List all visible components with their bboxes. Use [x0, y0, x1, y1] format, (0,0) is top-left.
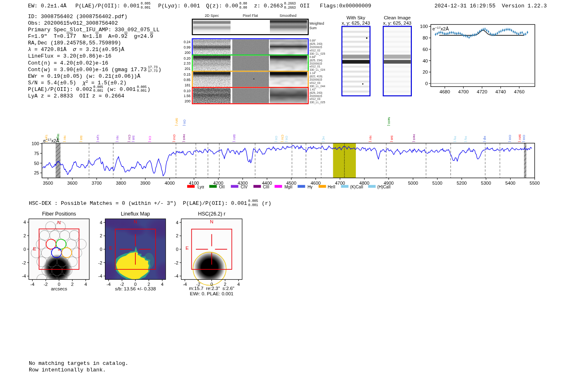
svg-text:EWr: 0. PLAE: 0.001: EWr: 0. PLAE: 0.001 — [190, 291, 234, 296]
svg-text:20200615: 20200615 — [310, 95, 322, 97]
svg-text:OII {: OII { — [274, 136, 278, 142]
svg-text:(622, 419): (622, 419) — [310, 75, 323, 78]
svg-text:100: 100 — [420, 24, 428, 29]
svg-text:50: 50 — [34, 161, 39, 166]
svg-text:40: 40 — [423, 58, 428, 63]
svg-text:0.69": 0.69" — [310, 39, 316, 42]
svg-text:200: 200 — [185, 51, 190, 55]
svg-text:3600: 3600 — [67, 181, 77, 186]
svg-text:330_LL_044: 330_LL_044 — [310, 85, 325, 88]
svg-text:OIII {: OIII { — [508, 135, 512, 142]
svg-text:Sum: Sum — [309, 26, 316, 30]
svg-text:Hγ {: Hγ { — [453, 136, 457, 142]
svg-text:(625, 234): (625, 234) — [310, 59, 323, 62]
svg-text:1.41": 1.41" — [310, 88, 316, 91]
svg-text:0: 0 — [23, 247, 26, 252]
svg-text:2: 2 — [100, 233, 102, 238]
svg-text:N: N — [134, 219, 137, 224]
svg-text:3900: 3900 — [140, 181, 150, 186]
svg-text:5300: 5300 — [481, 181, 491, 186]
svg-text:N: N — [210, 219, 213, 224]
svg-text:330_LL_024: 330_LL_024 — [310, 68, 325, 72]
svg-text:SiII {: SiII { — [79, 135, 83, 142]
svg-text:4720: 4720 — [477, 89, 488, 94]
svg-text:-4: -4 — [183, 282, 187, 287]
svg-text:OII: OII — [219, 185, 225, 189]
svg-text:4: 4 — [84, 282, 87, 287]
svg-text:v012_03: v012_03 — [310, 81, 321, 85]
svg-text:-2: -2 — [22, 260, 26, 265]
svg-text:NeIII {: NeIII { — [387, 117, 391, 126]
svg-text:0: 0 — [176, 247, 178, 252]
svg-text:-4: -4 — [30, 282, 35, 287]
svg-text:MgII: MgII — [284, 185, 292, 189]
svg-text:HeII {: HeII { — [412, 134, 416, 142]
svg-text:Hγ: Hγ — [307, 185, 312, 189]
svg-text:Fiber Positions: Fiber Positions — [42, 211, 76, 217]
svg-text:0.84": 0.84" — [310, 56, 316, 58]
svg-text:With Sky: With Sky — [346, 15, 365, 20]
svg-text:4740: 4740 — [495, 89, 506, 94]
svg-text:(625, 243): (625, 243) — [310, 42, 323, 46]
svg-text:20200615: 20200615 — [310, 78, 322, 81]
svg-text:330_LL_025: 330_LL_025 — [310, 101, 325, 104]
svg-text:-2: -2 — [174, 260, 179, 265]
svg-text:-2: -2 — [44, 282, 48, 287]
svg-text:2.33: 2.33 — [183, 61, 190, 65]
svg-text:Lyα {: Lyα { — [96, 135, 100, 142]
svg-text:OVI {: OVI { — [172, 135, 176, 142]
svg-text:Hγ {: Hγ { — [464, 136, 468, 142]
svg-text:m:15.7 re:2.3" s:2.6": m:15.7 re:2.3" s:2.6" — [189, 286, 234, 291]
svg-text:0: 0 — [58, 282, 60, 287]
svg-text:0.15: 0.15 — [183, 72, 190, 77]
svg-text:60: 60 — [423, 47, 428, 52]
svg-text:CII {: CII { — [148, 136, 152, 142]
svg-text:0: 0 — [425, 81, 428, 86]
svg-text:2D Spec: 2D Spec — [205, 14, 219, 18]
svg-text:4: 4 — [100, 220, 102, 225]
svg-text:E: E — [33, 246, 36, 251]
svg-text:2: 2 — [176, 233, 178, 238]
svg-text:OII {: OII { — [183, 119, 186, 126]
svg-text:4700: 4700 — [458, 89, 469, 94]
svg-text:-4: -4 — [22, 274, 26, 278]
svg-text:Hζ {: Hζ { — [322, 136, 325, 142]
svg-text:4: 4 — [237, 282, 240, 287]
svg-text:-4: -4 — [107, 282, 111, 287]
svg-text:SiII {: SiII { — [132, 135, 135, 142]
svg-text:Lyα: Lyα — [197, 185, 204, 189]
svg-text:200: 200 — [185, 99, 190, 103]
svg-text:Clean Image: Clean Image — [384, 15, 411, 20]
svg-text:4000: 4000 — [165, 181, 174, 186]
svg-text:1.14": 1.14" — [310, 72, 316, 74]
svg-text:5200: 5200 — [457, 181, 467, 186]
svg-text:0: 0 — [100, 247, 102, 252]
svg-text:OIII {: OIII { — [522, 135, 526, 142]
svg-text:Smoothed: Smoothed — [279, 14, 296, 18]
svg-text:20200615: 20200615 — [310, 46, 322, 49]
svg-text:-4: -4 — [174, 274, 179, 278]
svg-text:4700: 4700 — [335, 181, 345, 186]
svg-text:0.20: 0.20 — [183, 56, 190, 60]
svg-text:-4: -4 — [98, 274, 102, 278]
svg-text:75: 75 — [34, 151, 39, 156]
svg-text:181: 181 — [185, 83, 190, 87]
svg-text:NV {: NV { — [116, 135, 119, 142]
svg-text:4: 4 — [23, 220, 26, 225]
svg-text:SiIV {: SiIV { — [175, 118, 179, 126]
svg-text:+: + — [58, 247, 60, 252]
svg-text:5000: 5000 — [408, 181, 418, 186]
svg-text:Lineflux Map: Lineflux Map — [121, 211, 150, 217]
svg-text:OII {: OII { — [285, 136, 288, 142]
svg-text:330_LL_025: 330_LL_025 — [310, 52, 325, 56]
svg-text:1.56: 1.56 — [183, 94, 190, 98]
svg-text:CIV: CIV — [241, 185, 248, 189]
svg-text:5100: 5100 — [432, 181, 442, 186]
svg-text:2: 2 — [23, 233, 26, 238]
svg-text:0.85: 0.85 — [183, 78, 190, 82]
svg-text:x, y: 625, 243: x, y: 625, 243 — [341, 21, 370, 26]
svg-text:v012_02: v012_02 — [310, 49, 321, 52]
svg-text:Hβ {: Hβ { — [483, 136, 487, 142]
svg-text:4: 4 — [176, 220, 178, 225]
svg-text:25: 25 — [34, 170, 39, 175]
